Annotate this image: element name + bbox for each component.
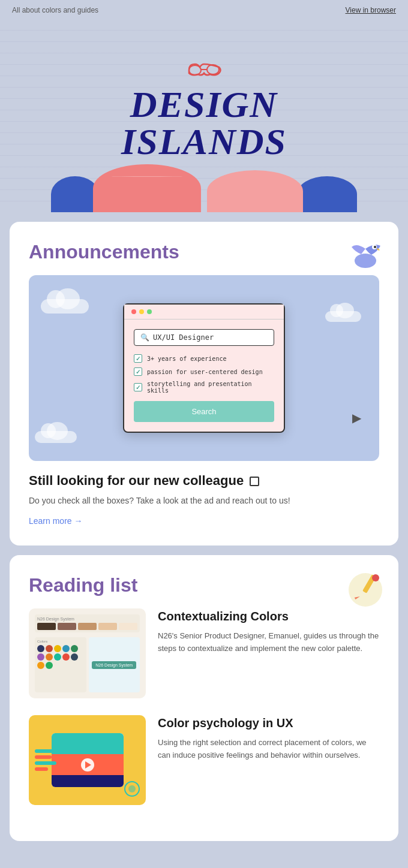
svg-point-1	[207, 65, 219, 74]
reading-title-0: Contextualizing Colors	[158, 608, 379, 624]
reading-list-section: Reading list N26 Design System	[10, 555, 398, 841]
svg-point-11	[128, 785, 136, 792]
svg-point-0	[189, 65, 201, 75]
reading-thumb-1	[29, 715, 146, 805]
mockup-titlebar	[124, 305, 284, 320]
reading-desc-1: Using the right selection and correct pl…	[158, 737, 379, 762]
announcements-title: Announcements	[29, 241, 379, 263]
announcement-description: Do you check all the boxes? Take a look …	[29, 495, 379, 507]
mockup-search-button[interactable]: Search	[134, 401, 274, 422]
cursor-icon: ▶	[352, 411, 361, 425]
reading-item-1: Color psychology in UX Using the right s…	[29, 715, 379, 805]
psychology-thumbnail	[29, 715, 146, 805]
reading-text-1: Color psychology in UX Using the right s…	[158, 715, 379, 762]
psych-circle	[124, 781, 140, 799]
announcement-illustration: 🔍 UX/UI Designer 3+ years of experience …	[29, 275, 379, 461]
psych-screen-bottom	[52, 775, 124, 787]
header-subtitle: All about colors and guides	[12, 6, 98, 14]
announcement-heading: Still looking for our new colleague	[29, 473, 379, 489]
view-in-browser-link[interactable]: View in browser	[346, 6, 396, 14]
hero-section: DESIGNISLANDS	[0, 20, 408, 212]
psych-lines	[35, 749, 59, 771]
island-far-right	[297, 176, 357, 212]
checkbox-row-2: storytelling and presentation skills	[134, 381, 274, 394]
checkbox-passion	[134, 367, 142, 376]
reading-list-title: Reading list	[29, 574, 379, 596]
psych-screen-top	[52, 733, 124, 754]
checkbox-storytelling-label: storytelling and presentation skills	[147, 381, 274, 394]
ui-mockup: 🔍 UX/UI Designer 3+ years of experience …	[123, 303, 285, 433]
svg-point-9	[372, 574, 379, 581]
hero-emblem	[121, 61, 287, 83]
psych-line-1	[35, 749, 59, 753]
mockup-search-field: 🔍 UX/UI Designer	[134, 329, 274, 346]
reading-title-1: Color psychology in UX	[158, 715, 379, 731]
pencil-icon	[344, 567, 386, 609]
hero-title-line1: DESIGNISLANDS	[121, 86, 287, 160]
psych-line-2	[35, 755, 52, 759]
island-center	[93, 164, 201, 212]
island-right	[207, 170, 303, 212]
reading-thumb-0: N26 Design System Colors	[29, 608, 146, 698]
checkbox-experience-label: 3+ years of experience	[147, 355, 226, 362]
email-header: All about colors and guides View in brow…	[0, 0, 408, 20]
hero-logo: DESIGNISLANDS	[121, 61, 287, 160]
svg-point-5	[374, 246, 376, 248]
psych-line-4	[35, 767, 48, 771]
announcements-section: Announcements 🔍 UX/UI	[10, 222, 398, 545]
svg-point-3	[355, 254, 376, 268]
cloud-2	[325, 311, 361, 322]
checkbox-passion-label: passion for user-centered design	[147, 369, 263, 375]
cloud-3	[35, 431, 77, 443]
psych-line-3	[35, 761, 56, 765]
hero-islands	[0, 152, 408, 212]
search-icon: 🔍	[140, 333, 149, 342]
titlebar-dot-red	[131, 309, 136, 314]
island-left	[51, 176, 99, 212]
mockup-body: 🔍 UX/UI Designer 3+ years of experience …	[124, 320, 284, 432]
cloud-1	[41, 299, 89, 314]
color-palette-thumbnail: N26 Design System Colors	[29, 608, 146, 698]
psych-screen-mid	[52, 754, 124, 775]
reading-desc-0: N26's Senior Product Designer, Emanuel, …	[158, 630, 379, 655]
reading-item-0: N26 Design System Colors	[29, 608, 379, 698]
reading-text-0: Contextualizing Colors N26's Senior Prod…	[158, 608, 379, 655]
play-triangle	[85, 761, 91, 768]
heading-checkbox	[250, 477, 259, 486]
checkbox-experience	[134, 354, 142, 363]
play-button-icon	[81, 758, 94, 771]
mockup-search-text: UX/UI Designer	[153, 333, 214, 342]
psych-screen	[52, 733, 124, 787]
checkbox-row-1: passion for user-centered design	[134, 367, 274, 376]
bird-icon	[344, 234, 386, 276]
checkbox-row-0: 3+ years of experience	[134, 354, 274, 363]
titlebar-dot-yellow	[139, 309, 144, 314]
checkbox-storytelling	[134, 383, 142, 391]
titlebar-dot-green	[147, 309, 152, 314]
learn-more-link[interactable]: Learn more →	[29, 516, 82, 526]
